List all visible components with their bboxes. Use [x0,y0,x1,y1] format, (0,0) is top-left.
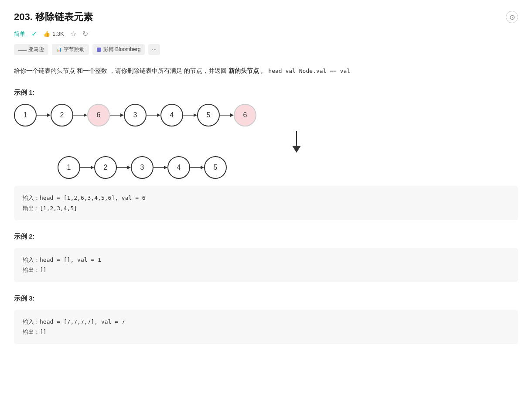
svg-marker-17 [127,166,131,169]
result-node-1: 1 [58,156,80,179]
result-arrow-2-3 [117,164,131,171]
example2-section: 示例 2: 输入：head = [], val = 1 输出：[] [14,232,518,282]
tag-bytedance-label: 字节跳动 [64,46,85,53]
tag-bloomberg[interactable]: 彭博 Bloomberg [92,44,145,55]
svg-marker-1 [47,113,51,117]
node-2: 2 [51,104,73,126]
node-6a: 6 [87,104,110,126]
node-3: 3 [124,104,147,126]
svg-marker-5 [120,113,124,117]
result-node-3: 3 [131,156,153,179]
arrow-1-2 [37,112,51,119]
meta-row: 简单 ✓ 👍 1.3K ☆ ↻ [14,30,518,38]
svg-marker-9 [194,113,197,117]
example1-section: 示例 1: 1 2 6 3 4 5 6 [14,89,518,220]
result-node-2: 2 [94,156,117,179]
result-node-5: 5 [204,156,227,179]
node-6b: 6 [234,104,256,126]
bloomberg-icon [97,48,101,52]
svg-marker-13 [292,146,301,153]
result-arrow-3-4 [153,164,167,171]
list-row-top: 1 2 6 3 4 5 6 [14,104,518,126]
tag-amazon[interactable]: ▬▬ 亚马逊 [14,44,48,55]
more-tags-button[interactable]: ··· [148,44,160,55]
bytedance-icon: 📊 [56,47,61,52]
amazon-icon: ▬▬ [18,47,26,52]
like-button[interactable]: 👍 1.3K [43,31,64,37]
example1-output: 输出：[1,2,3,4,5] [23,203,509,213]
down-arrow [75,130,518,153]
thumb-up-icon: 👍 [43,31,50,37]
example3-section: 示例 3: 输入：head = [7,7,7,7], val = 7 输出：[] [14,294,518,344]
result-node-4: 4 [167,156,190,179]
solved-icon: ✓ [31,30,37,38]
svg-marker-7 [157,113,160,117]
list-row-bottom: 1 2 3 4 5 [58,156,518,179]
tag-bloomberg-label: 彭博 Bloomberg [103,46,140,53]
example3-title: 示例 3: [14,294,518,303]
svg-marker-3 [84,113,87,117]
arrow-3-4 [147,112,160,119]
example1-input: 输入：head = [1,2,6,3,4,5,6], val = 6 [23,193,509,203]
tags-row: ▬▬ 亚马逊 📊 字节跳动 彭博 Bloomberg ··· [14,44,518,55]
title-row: 203. 移除链表元素 ⊙ [14,10,518,24]
arrow-4-5 [183,112,197,119]
example3-input: 输入：head = [7,7,7,7], val = 7 [23,317,509,327]
result-arrow-1-2 [80,164,94,171]
difficulty-badge: 简单 [14,30,25,38]
node-4: 4 [160,104,183,126]
result-arrow-4-5 [190,164,204,171]
node-1: 1 [14,104,37,126]
example3-code-block: 输入：head = [7,7,7,7], val = 7 输出：[] [14,310,518,344]
example2-title: 示例 2: [14,232,518,241]
tag-bytedance[interactable]: 📊 字节跳动 [52,44,89,55]
refresh-button[interactable]: ↻ [82,30,88,38]
arrow-6-3 [110,112,124,119]
example1-title: 示例 1: [14,89,518,97]
more-options-button[interactable]: ⊙ [506,11,518,23]
example2-code-block: 输入：head = [], val = 1 输出：[] [14,248,518,282]
example1-code-block: 输入：head = [1,2,6,3,4,5,6], val = 6 输出：[1… [14,186,518,220]
tag-amazon-label: 亚马逊 [28,46,44,53]
page-title: 203. 移除链表元素 [14,10,93,24]
svg-marker-15 [91,166,94,169]
svg-marker-21 [201,166,204,169]
like-count: 1.3K [52,31,64,37]
problem-description: 给你一个链表的头节点 和一个整数 ，请你删除链表中所有满足 的节点，并返回 新的… [14,65,518,76]
arrow-5-6 [220,112,234,119]
star-button[interactable]: ☆ [70,30,76,38]
example2-input: 输入：head = [], val = 1 [23,255,509,265]
svg-marker-11 [230,113,234,117]
arrow-2-6 [73,112,87,119]
svg-marker-19 [164,166,167,169]
node-5: 5 [197,104,220,126]
example1-diagram: 1 2 6 3 4 5 6 [14,104,518,179]
example3-output: 输出：[] [23,327,509,337]
example2-output: 输出：[] [23,265,509,275]
